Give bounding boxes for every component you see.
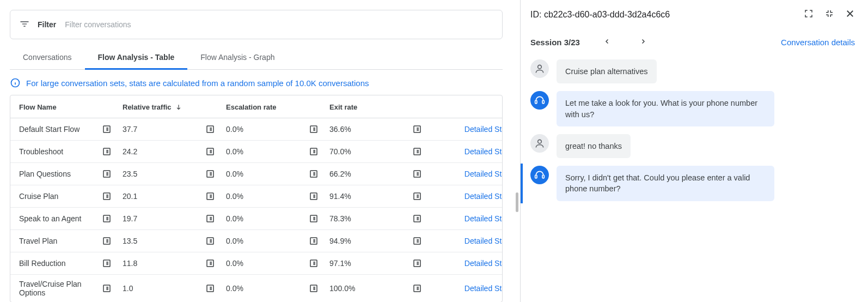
session-prev[interactable] [593, 35, 621, 49]
list-icon[interactable] [411, 123, 423, 135]
list-icon[interactable] [204, 282, 216, 294]
cell-traffic: 13.5 [123, 237, 204, 245]
cell-escalation: 0.0% [226, 259, 308, 268]
col-escalation[interactable]: Escalation rate [226, 103, 308, 111]
list-icon[interactable] [101, 146, 113, 158]
cell-escalation: 0.0% [226, 284, 308, 293]
list-icon[interactable] [411, 235, 423, 247]
cell-traffic: 20.1 [123, 192, 204, 201]
col-flow-name[interactable]: Flow Name [19, 103, 101, 111]
list-icon[interactable] [101, 190, 113, 202]
scrollbar-thumb[interactable] [516, 192, 518, 212]
list-icon[interactable] [308, 123, 320, 135]
cell-traffic: 37.7 [123, 125, 204, 134]
list-icon[interactable] [308, 213, 320, 225]
table-row: Speak to an Agent19.70.0%78.3%Detailed S… [10, 208, 502, 230]
messages: Cruise plan alternativesLet me take a lo… [530, 59, 855, 201]
detailed-stats-link[interactable]: Detailed Stats [433, 192, 503, 201]
list-icon[interactable] [308, 146, 320, 158]
list-icon[interactable] [411, 168, 423, 180]
list-icon[interactable] [101, 235, 113, 247]
list-icon[interactable] [101, 282, 113, 294]
list-icon[interactable] [411, 257, 423, 269]
detailed-stats-link[interactable]: Detailed Stats [433, 284, 503, 293]
info-icon [10, 77, 21, 88]
cell-exit: 91.4% [329, 192, 411, 201]
list-icon[interactable] [204, 213, 216, 225]
list-icon[interactable] [308, 257, 320, 269]
conversation-id: ID: cb22c3-d60-a03-ddd-3d2a4c6c6 [530, 10, 670, 20]
filter-input[interactable] [64, 20, 493, 29]
cell-exit: 97.1% [329, 259, 411, 268]
notice-text: For large conversation sets, stats are c… [26, 78, 369, 88]
list-icon[interactable] [204, 123, 216, 135]
list-icon[interactable] [308, 235, 320, 247]
cell-escalation: 0.0% [226, 147, 308, 156]
message: great! no thanks [530, 134, 855, 158]
list-icon[interactable] [308, 190, 320, 202]
cell-exit: 66.2% [329, 170, 411, 178]
tab-flow-graph[interactable]: Flow Analysis - Graph [187, 45, 288, 70]
list-icon[interactable] [101, 168, 113, 180]
cell-flow-name: Travel/Cruise Plan Options [19, 280, 101, 297]
agent-avatar-icon [530, 91, 549, 110]
list-icon[interactable] [204, 257, 216, 269]
list-icon[interactable] [204, 168, 216, 180]
cell-flow-name: Speak to an Agent [19, 214, 101, 223]
col-relative-traffic[interactable]: Relative traffic [123, 103, 204, 111]
message-text: Sorry, I didn't get that. Could you plea… [557, 166, 774, 201]
svg-rect-229 [542, 100, 544, 104]
list-icon[interactable] [308, 282, 320, 294]
cell-traffic: 19.7 [123, 214, 204, 223]
cell-traffic: 23.5 [123, 170, 204, 178]
chevron-right-icon [640, 38, 646, 45]
list-icon[interactable] [411, 213, 423, 225]
list-icon[interactable] [204, 235, 216, 247]
list-icon[interactable] [411, 146, 423, 158]
session-next[interactable] [629, 35, 657, 49]
detailed-stats-link[interactable]: Detailed Stats [433, 125, 503, 134]
cell-escalation: 0.0% [226, 125, 308, 134]
fullscreen-icon[interactable] [804, 9, 814, 20]
tab-conversations[interactable]: Conversations [10, 45, 85, 70]
detail-panel: ID: cb22c3-d60-a03-ddd-3d2a4c6c6 Session… [520, 0, 868, 302]
collapse-icon[interactable] [824, 9, 834, 20]
list-icon[interactable] [411, 190, 423, 202]
table-row: Travel/Cruise Plan Options1.00.0%100.0%D… [10, 275, 502, 302]
session-label: Session 3/23 [530, 38, 580, 47]
tabs: Conversations Flow Analysis - Table Flow… [10, 45, 503, 70]
list-icon[interactable] [101, 257, 113, 269]
detailed-stats-link[interactable]: Detailed Stats [433, 147, 503, 156]
list-icon[interactable] [101, 213, 113, 225]
detailed-stats-link[interactable]: Detailed Stats [433, 237, 503, 245]
agent-avatar-icon [530, 166, 549, 184]
detailed-stats-link[interactable]: Detailed Stats [433, 214, 503, 223]
col-exit[interactable]: Exit rate [329, 103, 411, 111]
table-row: Bill Reduction11.80.0%97.1%Detailed Stat… [10, 252, 502, 275]
cell-flow-name: Bill Reduction [19, 259, 101, 268]
list-icon[interactable] [308, 168, 320, 180]
message: Let me take a look for you. What is your… [530, 91, 855, 126]
flow-table: Flow Name Relative traffic Escalation ra… [10, 95, 503, 302]
chevron-left-icon [604, 38, 610, 45]
svg-point-230 [538, 140, 542, 143]
user-avatar-icon [530, 134, 549, 153]
list-icon[interactable] [101, 123, 113, 135]
user-avatar-icon [530, 59, 549, 78]
list-icon[interactable] [204, 190, 216, 202]
list-icon[interactable] [411, 282, 423, 294]
message-text: Cruise plan alternatives [557, 59, 657, 83]
tab-flow-table[interactable]: Flow Analysis - Table [85, 45, 188, 70]
cell-flow-name: Cruise Plan [19, 192, 101, 201]
conversation-details-link[interactable]: Conversation details [781, 38, 855, 47]
list-icon[interactable] [204, 146, 216, 158]
detailed-stats-link[interactable]: Detailed Stats [433, 170, 503, 178]
filter-label: Filter [38, 20, 56, 29]
cell-flow-name: Troubleshoot [19, 147, 101, 156]
detailed-stats-link[interactable]: Detailed Stats [433, 259, 503, 268]
close-icon[interactable] [845, 9, 855, 20]
table-row: Travel Plan13.50.0%94.9%Detailed Stats [10, 230, 502, 252]
table-header: Flow Name Relative traffic Escalation ra… [10, 95, 502, 118]
message: Sorry, I didn't get that. Could you plea… [530, 166, 855, 201]
table-row: Default Start Flow37.70.0%36.6%Detailed … [10, 118, 502, 141]
